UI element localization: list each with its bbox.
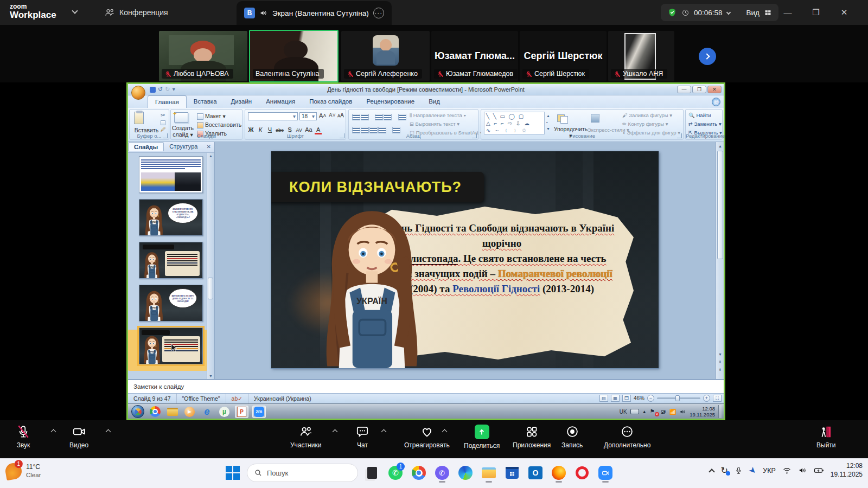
redo-icon[interactable]: ↻ — [165, 86, 170, 93]
thumbnail-slide-7[interactable]: 7 — [139, 242, 203, 279]
apps-button[interactable]: Приложения — [513, 425, 551, 449]
tab-insert[interactable]: Вставка — [187, 95, 224, 108]
bullets-button[interactable] — [352, 114, 360, 120]
italic-button[interactable]: К — [257, 126, 264, 133]
fit-to-window-button[interactable]: ⛶ — [713, 395, 722, 402]
taskbar-ie-icon[interactable]: e — [200, 406, 214, 418]
start-button[interactable] — [224, 463, 242, 483]
zoom-slider[interactable] — [657, 397, 700, 399]
font-size-combo[interactable]: 18 ▾ — [299, 112, 317, 120]
text-shadow-button[interactable]: S — [286, 126, 293, 133]
search-box[interactable]: Пошук — [247, 464, 358, 482]
decrease-indent-button[interactable] — [375, 114, 383, 120]
wifi-icon[interactable] — [782, 466, 792, 475]
normal-view-button[interactable]: ▤ — [599, 395, 608, 402]
office-button[interactable] — [131, 86, 145, 100]
video-options-chevron[interactable] — [106, 429, 111, 435]
battery-icon[interactable] — [814, 465, 824, 476]
zoom-slider-thumb[interactable] — [675, 395, 680, 401]
text-direction-button[interactable]: ⦀ Направление текста ▾ — [410, 111, 466, 119]
ppt-close-button[interactable]: ✕ — [707, 86, 722, 93]
copy-icon[interactable] — [161, 119, 166, 126]
bold-button[interactable]: Ж — [247, 126, 254, 133]
volume-icon[interactable] — [798, 466, 807, 475]
arrange-icon[interactable] — [557, 113, 570, 125]
action-center-flag-icon[interactable]: ⚑✕ — [650, 408, 658, 415]
taskbar-opera-icon[interactable] — [573, 463, 591, 483]
zoom-in-button[interactable]: + — [703, 395, 710, 402]
sync-icon[interactable]: ↻ — [720, 465, 727, 476]
mic-in-use-icon[interactable] — [735, 466, 743, 474]
increase-indent-button[interactable] — [384, 114, 392, 120]
win7-start-button[interactable] — [131, 405, 144, 418]
show-desktop-button[interactable] — [718, 405, 722, 418]
maximize-button[interactable]: ❐ — [808, 4, 824, 21]
participant-tile-valentina-active-speaker[interactable]: Валентина Сутуліна — [249, 30, 339, 82]
thumbnail-slide-8[interactable]: 8 ЩО ВИ ЗНАЄТЕ ПРО ДЕНЬ ГІДНОСТІ ТА СВОБ… — [139, 285, 203, 322]
save-icon[interactable] — [150, 87, 156, 93]
taskbar-utorrent-icon[interactable]: µ — [218, 406, 231, 418]
participant-tile-yuzamat[interactable]: Юзамат Глюма... Юзамат Глюмамедов — [431, 31, 518, 81]
format-painter-icon[interactable]: 🖉 — [161, 126, 166, 133]
shapes-gallery[interactable]: ╲ ╲ ▭ ◯ ▢ △ ⌐ ⌐ ⇨ ⇩ ☁ ∿ ～ ﹛ ﹜ ☆ — [484, 112, 545, 134]
drawing-dialog-launcher[interactable] — [677, 133, 682, 138]
chat-options-chevron[interactable] — [381, 429, 387, 435]
leave-button[interactable]: Выйти — [816, 425, 836, 449]
taskbar-outlook-icon[interactable]: O — [526, 463, 545, 483]
win7-clock[interactable]: 12:0819.11.2025 — [690, 406, 715, 418]
outline-pane-tab[interactable]: Структура — [164, 142, 203, 151]
align-text-button[interactable]: ⊟ Выровнять текст ▾ — [410, 120, 459, 128]
slide-editing-area[interactable]: День Гідності та Свободи відзначають в У… — [215, 142, 724, 379]
slide-title-box[interactable]: КОЛИ ВІДЗНАЧАЮТЬ? — [271, 172, 484, 202]
spellcheck-icon[interactable]: ab✓ — [226, 394, 248, 403]
qat-more-icon[interactable]: ▾ — [172, 86, 175, 93]
slideshow-view-button[interactable]: 🗖 — [622, 395, 631, 402]
quick-styles-icon[interactable] — [591, 113, 604, 125]
notes-area[interactable]: Заметки к слайду — [128, 379, 724, 393]
thumbnail-slide-5[interactable]: 5 — [139, 156, 203, 193]
taskbar-edge-icon[interactable] — [456, 463, 475, 483]
tab-animation[interactable]: Анимация — [259, 95, 302, 108]
next-slide-button[interactable]: ⇟ — [717, 367, 723, 373]
taskbar-clock[interactable]: 12:0819.11.2025 — [831, 462, 863, 479]
view-grid-icon[interactable] — [764, 9, 772, 17]
device-icon[interactable]: 🖳 — [661, 409, 666, 415]
zoom-out-button[interactable]: − — [647, 395, 654, 402]
paste-icon[interactable] — [133, 112, 146, 126]
paragraph-dialog-launcher[interactable] — [472, 133, 477, 138]
win7-language[interactable]: UK — [620, 409, 627, 415]
taskbar-wmp-icon[interactable]: ▶ — [183, 406, 196, 418]
replace-button[interactable]: ⇄ Заменить ▾ — [688, 120, 722, 128]
taskbar-whatsapp-icon[interactable]: ✆ 1 — [386, 463, 405, 483]
shape-fill-button[interactable]: 🖌 Заливка фигуры ▾ — [622, 111, 672, 119]
tab-shared-screen[interactable]: B Экран (Валентина Сутуліна) ··· — [237, 1, 392, 25]
previous-slide-button[interactable]: ⇞ — [717, 359, 723, 365]
participants-options-chevron[interactable] — [333, 429, 338, 435]
next-participants-button[interactable] — [699, 48, 716, 65]
tab-slideshow[interactable]: Показ слайдов — [302, 95, 359, 108]
tab-design[interactable]: Дизайн — [224, 95, 259, 108]
clear-formatting-button[interactable]: 🗚 — [337, 112, 344, 119]
taskbar-chrome-icon[interactable] — [410, 463, 428, 483]
keyboard-icon[interactable] — [630, 409, 639, 414]
pane-close-icon[interactable]: ✕ — [207, 144, 211, 150]
tab-review[interactable]: Рецензирование — [359, 95, 422, 108]
ppt-maximize-button[interactable]: ❐ — [692, 86, 706, 93]
share-screen-button[interactable]: Поделиться — [464, 425, 500, 450]
pane-scrollbar-thumb[interactable] — [208, 278, 213, 299]
undo-icon[interactable]: ↺ — [158, 86, 163, 93]
taskbar-store-icon[interactable] — [503, 463, 521, 483]
pane-scrollbar[interactable]: ▲ ▼ — [207, 153, 214, 379]
participant-tile-sergiy-a[interactable]: Сергій Алеференко — [341, 31, 430, 81]
find-button[interactable]: 🔍 Найти — [688, 111, 711, 119]
tab-conference[interactable]: Конференция — [97, 0, 176, 25]
taskbar-chrome-icon[interactable] — [148, 406, 162, 418]
video-button[interactable]: Видео — [69, 425, 88, 449]
status-language[interactable]: Украинский (Украина) — [248, 394, 317, 403]
taskbar-firefox-icon[interactable] — [550, 463, 568, 483]
taskbar-zoom-icon[interactable] — [596, 463, 615, 483]
grow-font-button[interactable]: A˄ — [319, 112, 327, 119]
audio-button[interactable]: Звук — [16, 425, 30, 449]
shapes-scroll[interactable]: ▲▪▼ — [546, 113, 552, 132]
record-button[interactable]: Запись — [561, 425, 583, 449]
